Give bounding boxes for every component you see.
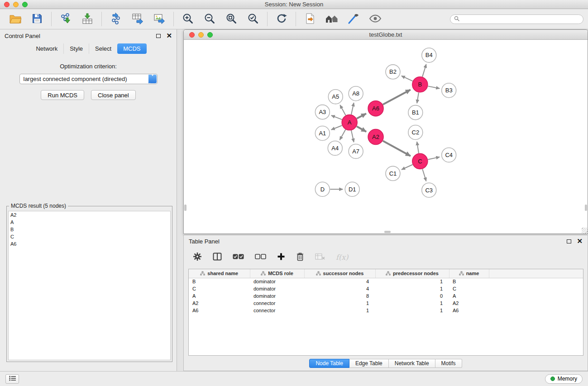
edge-B-B2[interactable]	[402, 76, 413, 81]
edge-B-B3[interactable]	[428, 86, 440, 88]
tab-node-table[interactable]: Node Table	[309, 359, 349, 368]
mcds-result-item[interactable]: A	[9, 219, 170, 226]
session-document-button[interactable]	[302, 11, 318, 27]
delete-table-button[interactable]	[315, 253, 325, 262]
close-panel-button[interactable]: Close panel	[91, 90, 136, 100]
style-paint-button[interactable]	[345, 11, 362, 27]
table-settings-button[interactable]	[193, 252, 202, 262]
zoom-selected-button[interactable]	[245, 11, 261, 27]
export-table-button[interactable]	[129, 11, 146, 27]
table-row[interactable]: Cdominator41C	[189, 285, 583, 292]
table-row[interactable]: A6connector11A6	[189, 307, 583, 314]
column-header-shared-name[interactable]: shared name	[189, 269, 250, 278]
cell-name[interactable]: A	[449, 292, 489, 300]
network-node-A3[interactable]: A3	[315, 105, 330, 119]
float-table-panel-icon[interactable]	[567, 239, 571, 243]
network-node-A5[interactable]: A5	[328, 90, 343, 104]
task-history-button[interactable]	[5, 374, 19, 384]
resize-grip[interactable]	[582, 228, 588, 234]
table-row[interactable]: Bdominator41B	[189, 278, 583, 285]
zoom-out-button[interactable]	[201, 11, 218, 27]
search-input[interactable]	[462, 16, 579, 22]
network-node-A[interactable]: A	[342, 115, 357, 130]
network-window-titlebar[interactable]: testGlobe.txt	[184, 30, 588, 40]
network-node-A1[interactable]: A1	[315, 126, 330, 141]
network-node-C3[interactable]: C3	[422, 183, 436, 197]
minimize-window-button[interactable]	[13, 2, 19, 7]
network-node-B2[interactable]: B2	[386, 65, 400, 79]
home-button[interactable]	[324, 11, 340, 27]
edge-A2-C[interactable]	[383, 141, 411, 156]
apply-layout-button[interactable]	[273, 11, 290, 27]
optimization-criterion-select[interactable]: largest connected component (directed)	[19, 74, 158, 84]
import-network-button[interactable]	[57, 11, 74, 27]
mcds-result-item[interactable]: A6	[9, 240, 170, 248]
tab-network-table[interactable]: Network Table	[389, 359, 435, 368]
edge-C-C2[interactable]	[417, 142, 419, 153]
tab-mcds[interactable]: MCDS	[117, 43, 146, 54]
zoom-in-button[interactable]	[180, 11, 196, 27]
cell-shared-name[interactable]: C	[189, 285, 250, 292]
zoom-fit-button[interactable]	[223, 11, 239, 27]
network-node-D[interactable]: D	[315, 182, 330, 196]
column-header-name[interactable]: name	[449, 269, 489, 278]
tab-network[interactable]: Network	[30, 43, 63, 54]
cell-shared-name[interactable]: A	[189, 292, 250, 300]
network-canvas[interactable]: B4B2BB3A5A8A6B1A3AC2A1A2A4A7C1CC4C3DD1	[184, 40, 588, 234]
edge-A6-B[interactable]	[383, 90, 411, 105]
mcds-result-item[interactable]: B	[9, 226, 170, 233]
left-scroll-nub[interactable]	[184, 205, 186, 211]
add-column-button[interactable]	[277, 253, 285, 262]
network-node-C4[interactable]: C4	[442, 148, 456, 162]
network-node-B1[interactable]: B1	[408, 105, 423, 120]
cell-predecessor-nodes[interactable]: 1	[375, 300, 449, 307]
network-zoom-button[interactable]	[207, 32, 213, 38]
cell-mcds-role[interactable]: connector	[250, 307, 304, 314]
cell-shared-name[interactable]: A2	[189, 300, 250, 307]
select-all-button[interactable]	[233, 254, 244, 261]
cell-predecessor-nodes[interactable]: 1	[375, 285, 449, 292]
zoom-window-button[interactable]	[22, 2, 28, 7]
cell-successor-nodes[interactable]: 1	[304, 300, 375, 307]
show-columns-button[interactable]	[213, 253, 222, 262]
cell-name[interactable]: C	[449, 285, 489, 292]
network-node-A6[interactable]: A6	[368, 101, 383, 116]
edge-C-C1[interactable]	[402, 165, 412, 170]
edge-A-A6[interactable]	[357, 114, 366, 119]
cell-shared-name[interactable]: A6	[189, 307, 250, 314]
network-node-D1[interactable]: D1	[345, 182, 359, 196]
mcds-result-item[interactable]: A2	[9, 211, 170, 219]
cell-shared-name[interactable]: B	[189, 278, 250, 285]
bottom-scroll-nub[interactable]	[384, 231, 391, 233]
function-builder-button[interactable]: f(x)	[336, 253, 348, 262]
tab-style[interactable]: Style	[63, 43, 89, 54]
network-node-B[interactable]: B	[412, 77, 428, 92]
cell-successor-nodes[interactable]: 4	[304, 285, 375, 292]
close-table-panel-icon[interactable]: ✕	[577, 239, 583, 243]
deselect-all-button[interactable]	[255, 254, 266, 261]
network-node-C[interactable]: C	[412, 153, 428, 169]
cell-successor-nodes[interactable]: 4	[304, 278, 375, 285]
cell-mcds-role[interactable]: dominator	[250, 278, 304, 285]
node-table[interactable]: shared nameMCDS rolesuccessor nodesprede…	[188, 269, 583, 356]
cell-mcds-role[interactable]: dominator	[250, 285, 304, 292]
mcds-result-list[interactable]: A2ABCA6	[8, 211, 171, 360]
cell-successor-nodes[interactable]: 8	[304, 292, 375, 300]
edge-A-A8[interactable]	[351, 103, 354, 114]
memory-button[interactable]: Memory	[545, 374, 583, 384]
export-image-button[interactable]	[151, 11, 167, 27]
edge-B-B4[interactable]	[422, 64, 426, 77]
save-session-button[interactable]	[29, 11, 45, 27]
tab-motifs[interactable]: Motifs	[435, 359, 462, 368]
network-node-C1[interactable]: C1	[386, 166, 400, 181]
edge-A-A3[interactable]	[331, 115, 342, 119]
edge-A-A4[interactable]	[340, 129, 346, 140]
edge-A-A2[interactable]	[357, 126, 366, 132]
edge-B-B1[interactable]	[417, 93, 419, 103]
network-node-A2[interactable]: A2	[368, 129, 383, 145]
network-minimize-button[interactable]	[198, 32, 204, 38]
network-node-A8[interactable]: A8	[349, 86, 363, 101]
import-table-button[interactable]	[79, 11, 96, 27]
edge-C-C3[interactable]	[422, 169, 426, 181]
edge-A-A7[interactable]	[351, 130, 354, 142]
